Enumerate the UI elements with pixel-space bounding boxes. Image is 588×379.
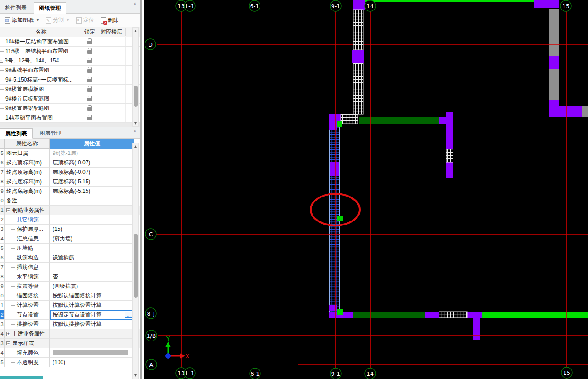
split-button[interactable]: 分割 ▼ <box>43 15 73 26</box>
property-row[interactable]: 6 起点顶标高(m) 层顶标高(-0.07) <box>0 158 140 168</box>
property-value-cell[interactable]: 9#(第-1层) <box>50 149 134 158</box>
property-row[interactable]: 9 抗震等级 (四级抗震) <box>0 282 140 291</box>
drawing-name-cell[interactable]: 9#基础平面布置图 <box>0 66 82 75</box>
drawing-name-cell[interactable]: 10#楼一层结构平面布置图 <box>0 37 82 46</box>
main-canvas[interactable]: 13 L-1 6-1 9-1 14 15 D C 8-J 1/B A 13 L-… <box>144 0 588 379</box>
property-value-cell[interactable]: (四级抗震) <box>50 282 134 291</box>
horizontal-scrollbar-thumb[interactable] <box>0 376 43 379</box>
drawing-lock-cell[interactable] <box>82 58 97 63</box>
drawing-name-cell[interactable]: 9#-5.150标高~一层楼面标... <box>0 75 82 84</box>
scrollbar-thumb[interactable] <box>134 234 138 298</box>
drawing-row[interactable]: 11#楼一层结构平面布置图 <box>0 47 140 56</box>
property-value-cell[interactable] <box>50 196 134 206</box>
property-name-cell[interactable]: 纵筋构造 <box>5 253 50 263</box>
close-icon[interactable]: × <box>134 129 136 133</box>
drawing-name-cell[interactable]: 9#楼首层梁配筋图 <box>0 104 82 113</box>
column-header-property-value[interactable]: 属性值 <box>50 139 134 149</box>
property-row[interactable]: 9 终点底标高(m) 层底标高(-5.15) <box>0 187 140 196</box>
property-value-cell[interactable]: 层顶标高(-0.07) <box>50 158 134 168</box>
property-value-cell[interactable]: 按设定节点设置计算 … <box>50 310 134 320</box>
fill-color-swatch[interactable] <box>53 350 128 355</box>
drawing-row[interactable]: − 9号、12号、14#、15# <box>0 56 140 66</box>
property-name-cell[interactable]: 终点顶标高(m) <box>5 168 50 177</box>
property-name-cell[interactable]: 其它钢筋 <box>5 215 50 225</box>
drawing-row[interactable]: 9#基础平面布置图 <box>0 66 140 75</box>
drawing-floor-cell[interactable] <box>97 56 126 65</box>
property-name-cell[interactable]: 抗震等级 <box>5 282 50 291</box>
drawing-name-cell[interactable]: 14#基础平面布置图 <box>0 113 82 122</box>
property-row[interactable]: 5 压墙筋 <box>0 244 140 253</box>
drawings-scrollbar[interactable] <box>132 27 139 127</box>
drawing-row[interactable]: 10#楼一层结构平面布置图 <box>0 37 140 47</box>
property-name-cell[interactable]: 不透明度 <box>5 358 50 367</box>
property-name-cell[interactable]: + 土建业务属性 <box>5 329 50 339</box>
drawing-floor-cell[interactable] <box>97 66 126 75</box>
property-row[interactable]: 7 插筋信息 <box>0 263 140 272</box>
column-header-name[interactable]: 名称 <box>0 28 82 36</box>
property-name-cell[interactable]: 水平钢筋... <box>5 272 50 282</box>
drawing-floor-cell[interactable] <box>97 37 126 46</box>
property-value-cell[interactable] <box>50 329 134 339</box>
property-row[interactable]: 3 搭接设置 按默认搭接设置计算 <box>0 320 140 329</box>
drawing-lock-cell[interactable] <box>82 67 97 73</box>
cad-drawing[interactable]: 13 L-1 6-1 9-1 14 15 D C 8-J 1/B A 13 L-… <box>144 0 588 379</box>
drawing-row[interactable]: 9#楼首层板配筋图 <box>0 94 140 104</box>
drawing-row[interactable]: 9#楼首层模板图 <box>0 85 140 94</box>
locate-button[interactable]: 定位 <box>73 15 97 26</box>
property-name-cell[interactable]: 终点底标高(m) <box>5 187 50 196</box>
tab-layer-management[interactable]: 图层管理 <box>34 128 66 139</box>
property-row[interactable]: 2 节点设置 按设定节点设置计算 … <box>0 310 140 320</box>
grip-middle[interactable] <box>337 216 343 221</box>
drawing-row[interactable]: 9#-5.150标高~一层楼面标... <box>0 75 140 85</box>
property-row[interactable]: 0 锚固搭接 按默认锚固搭接计算 <box>0 291 140 301</box>
property-row[interactable]: 5 不透明度 (100) <box>0 358 140 367</box>
property-row[interactable]: 6 纵筋构造 设置插筋 <box>0 253 140 263</box>
property-value-cell[interactable] <box>50 206 134 215</box>
drawing-floor-cell[interactable] <box>97 85 126 94</box>
property-name-cell[interactable]: 填充颜色 <box>5 348 50 358</box>
property-value-cell[interactable] <box>50 348 134 358</box>
property-row[interactable]: 8 起点底标高(m) 层底标高(-5.15) <box>0 177 140 187</box>
property-row[interactable]: 0 备注 <box>0 196 140 206</box>
panel-splitter[interactable] <box>0 123 140 127</box>
column-header-lock[interactable]: 锁定 <box>82 28 97 36</box>
property-row[interactable]: 7 终点顶标高(m) 层顶标高(-0.07) <box>0 168 140 177</box>
property-row[interactable]: 4 + 土建业务属性 <box>0 329 140 339</box>
chevron-down-icon[interactable]: ▼ <box>36 18 39 22</box>
property-name-cell[interactable]: 汇总信息 <box>5 234 50 244</box>
property-row[interactable]: 5 图元归属 9#(第-1层) <box>0 149 140 158</box>
tab-property-list[interactable]: 属性列表 <box>0 128 33 139</box>
property-value-cell[interactable]: 否 <box>50 272 134 282</box>
property-row[interactable]: 1 − 钢筋业务属性 <box>0 206 140 215</box>
scrollbar-thumb[interactable] <box>134 86 138 107</box>
drawing-name-cell[interactable]: 9#楼首层板配筋图 <box>0 94 82 103</box>
tree-collapse-icon[interactable]: − <box>6 208 10 212</box>
property-row[interactable]: 8 水平钢筋... 否 <box>0 272 140 282</box>
property-value-cell[interactable]: 设置插筋 <box>50 253 134 263</box>
grip-bottom[interactable] <box>337 309 343 315</box>
property-row[interactable]: 1 计算设置 按默认计算设置计算 <box>0 301 140 310</box>
property-value-cell[interactable]: 层底标高(-5.15) <box>50 177 134 187</box>
property-value-cell[interactable] <box>50 339 134 348</box>
drawing-floor-cell[interactable] <box>97 113 126 122</box>
property-value-cell[interactable]: 按默认锚固搭接计算 <box>50 291 134 301</box>
property-name-cell[interactable]: − 显示样式 <box>5 339 50 348</box>
property-value-cell[interactable] <box>50 215 134 225</box>
drawing-lock-cell[interactable] <box>82 115 97 120</box>
properties-scrollbar[interactable] <box>132 143 139 379</box>
tab-drawing-management[interactable]: 图纸管理 <box>34 2 66 14</box>
drawing-name-cell[interactable]: 11#楼一层结构平面布置图 <box>0 47 82 56</box>
property-name-cell[interactable]: 保护层厚... <box>5 225 50 234</box>
ellipsis-editor-button[interactable]: … <box>125 312 133 318</box>
property-name-cell[interactable]: 压墙筋 <box>5 244 50 253</box>
property-name-cell[interactable]: 计算设置 <box>5 301 50 310</box>
property-value-cell[interactable]: (15) <box>50 225 134 234</box>
drawing-lock-cell[interactable] <box>82 77 97 82</box>
drawing-row[interactable]: 9#楼首层梁配筋图 <box>0 104 140 113</box>
drawing-floor-cell[interactable] <box>97 75 126 84</box>
property-value-cell[interactable] <box>50 263 134 272</box>
drawing-row[interactable]: 14#基础平面布置图 <box>0 113 140 123</box>
property-name-cell[interactable]: 插筋信息 <box>5 263 50 272</box>
scroll-down-icon[interactable] <box>133 120 138 126</box>
add-drawing-button[interactable]: 添加图纸 ▼ <box>1 15 43 26</box>
